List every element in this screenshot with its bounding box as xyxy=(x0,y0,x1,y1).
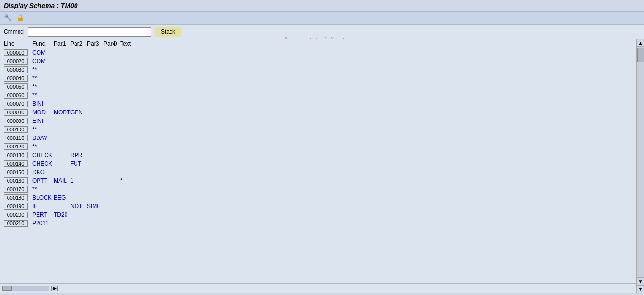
cell-func: ** xyxy=(32,126,54,133)
cell-par2: FUT xyxy=(70,160,87,167)
cell-func: ** xyxy=(32,83,54,90)
col-header-d: D xyxy=(113,40,120,47)
cell-text: * xyxy=(120,177,640,184)
col-header-par1: Par1 xyxy=(54,40,70,47)
cell-func: ** xyxy=(32,186,54,193)
cell-func: BINI xyxy=(32,101,54,107)
cell-line[interactable]: 000130 xyxy=(4,152,32,158)
cell-line[interactable]: 000120 xyxy=(4,143,32,150)
col-header-par3: Par3 xyxy=(87,40,104,47)
scroll-bottom-button[interactable]: ▼ xyxy=(637,285,644,293)
cell-func: P2011 xyxy=(32,220,54,227)
scrollbar-right[interactable]: ▲ ▼ ▼ xyxy=(636,39,644,293)
table-row: 000200PERTTD20 xyxy=(4,211,640,219)
cell-line[interactable]: 000060 xyxy=(4,92,32,99)
cell-func: COM xyxy=(32,49,54,56)
cell-line[interactable]: 000030 xyxy=(4,66,32,73)
table-row: 000110BDAY xyxy=(4,134,640,142)
table-row: 000060** xyxy=(4,91,640,100)
cell-func: EINI xyxy=(32,118,54,124)
stack-button[interactable]: Stack xyxy=(155,27,181,37)
cell-par1: TD20 xyxy=(54,212,70,218)
cell-func: CHECK xyxy=(32,160,54,167)
table-row: 000150DKG xyxy=(4,168,640,176)
horizontal-scroll-thumb[interactable] xyxy=(2,286,12,291)
cell-func: DKG xyxy=(32,169,54,175)
table-row: 000080MODMODTGEN xyxy=(4,108,640,117)
cell-func: BLOCK xyxy=(32,194,54,201)
table-row: 000160OPTTMAIL1* xyxy=(4,176,640,185)
cell-func: IF xyxy=(32,203,54,210)
column-headers: Line Func. Par1 Par2 Par3 Par4 D Text xyxy=(0,39,644,48)
cell-func: OPTT xyxy=(32,177,54,184)
lock-icon[interactable]: 🔒 xyxy=(16,14,25,22)
cell-par1: MAIL xyxy=(54,177,70,184)
cell-line[interactable]: 000050 xyxy=(4,83,32,90)
table-row: 000170** xyxy=(4,185,640,194)
data-rows: 000010COM000020COM000030**000040**000050… xyxy=(0,48,644,290)
cell-func: ** xyxy=(32,66,54,73)
cell-func: CHECK xyxy=(32,152,54,158)
cell-line[interactable]: 000040 xyxy=(4,75,32,82)
cell-par1: BEG xyxy=(54,194,70,201)
col-header-line: Line xyxy=(4,40,32,47)
command-label: Cmmnd xyxy=(4,28,24,35)
cell-par1: MODT xyxy=(54,109,70,116)
table-row: 000130CHECKRPR xyxy=(4,151,640,159)
command-input[interactable] xyxy=(28,27,151,37)
table-row: 000120** xyxy=(4,142,640,151)
table-row: 000040** xyxy=(4,74,640,83)
bottom-bar: ▶ xyxy=(0,283,636,293)
command-bar: Cmmnd Stack xyxy=(0,25,644,39)
table-row: 000100** xyxy=(4,125,640,134)
toolbar: 🔧 🔒 xyxy=(0,12,644,25)
col-header-par4: Par4 xyxy=(104,40,113,47)
table-row: 000020COM xyxy=(4,57,640,65)
cell-line[interactable]: 000210 xyxy=(4,220,32,227)
scroll-down-button[interactable]: ▼ xyxy=(637,277,644,285)
scroll-thumb[interactable] xyxy=(637,48,644,62)
cell-par2: RPR xyxy=(70,152,87,158)
cell-func: PERT xyxy=(32,212,54,218)
table-row: 000010COM xyxy=(4,48,640,57)
cell-par3: SIMF xyxy=(87,203,104,210)
col-header-par2: Par2 xyxy=(70,40,87,47)
table-row: 000180BLOCKBEG xyxy=(4,194,640,202)
cell-line[interactable]: 000140 xyxy=(4,160,32,167)
cell-line[interactable]: 000070 xyxy=(4,101,32,107)
cell-line[interactable]: 000150 xyxy=(4,169,32,175)
horizontal-scroll-right[interactable]: ▶ xyxy=(51,286,58,291)
cell-func: BDAY xyxy=(32,135,54,141)
cell-line[interactable]: 000180 xyxy=(4,194,32,201)
main-content: Line Func. Par1 Par2 Par3 Par4 D Text 00… xyxy=(0,39,644,293)
cell-func: MOD xyxy=(32,109,54,116)
cell-func: COM xyxy=(32,58,54,65)
table-row: 000210P2011 xyxy=(4,219,640,228)
cell-line[interactable]: 000160 xyxy=(4,177,32,184)
cell-line[interactable]: 000090 xyxy=(4,118,32,124)
cell-line[interactable]: 000010 xyxy=(4,49,32,56)
cell-line[interactable]: 000020 xyxy=(4,58,32,65)
wrench-icon[interactable]: 🔧 xyxy=(4,14,12,22)
col-header-func: Func. xyxy=(32,40,54,47)
cell-line[interactable]: 000100 xyxy=(4,126,32,133)
title-bar: Display Schema : TM00 xyxy=(0,0,644,12)
cell-line[interactable]: 000110 xyxy=(4,135,32,141)
horizontal-scroll-area[interactable] xyxy=(2,286,49,291)
cell-par2: GEN xyxy=(70,109,87,116)
cell-line[interactable]: 000190 xyxy=(4,203,32,210)
scroll-up-button[interactable]: ▲ xyxy=(637,39,644,47)
table-row: 000070BINI xyxy=(4,100,640,108)
page-title: Display Schema : TM00 xyxy=(4,2,78,9)
cell-par2: NOT xyxy=(70,203,87,210)
table-row: 000090EINI xyxy=(4,117,640,125)
cell-line[interactable]: 000080 xyxy=(4,109,32,116)
table-row: 000050** xyxy=(4,83,640,91)
cell-func: ** xyxy=(32,92,54,99)
cell-par2: 1 xyxy=(70,177,87,184)
table-row: 000190IFNOTSIMF xyxy=(4,202,640,211)
cell-line[interactable]: 000200 xyxy=(4,212,32,218)
cell-line[interactable]: 000170 xyxy=(4,186,32,193)
col-header-text: Text xyxy=(120,40,640,47)
cell-func: ** xyxy=(32,75,54,82)
